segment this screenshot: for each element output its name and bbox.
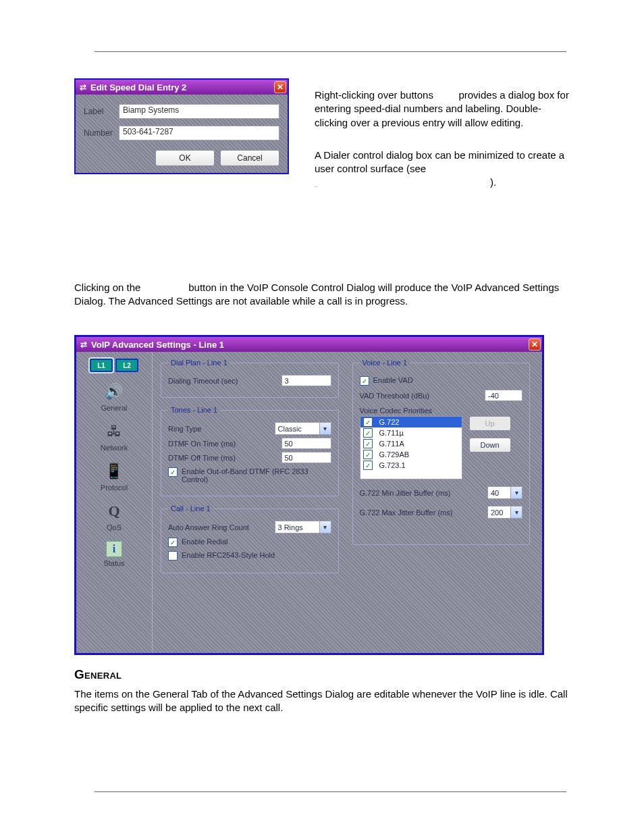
line-2-button[interactable]: L2 <box>115 359 138 372</box>
nav-qos[interactable]: Q QoS <box>104 501 124 531</box>
group-dial-plan: Dial Plan - Line 1 Dialing Timeout (sec)… <box>161 359 339 398</box>
dialing-timeout-input[interactable]: 3 <box>281 375 331 386</box>
paragraph-speed-dial: Right-clicking over buttons provides a d… <box>315 88 573 130</box>
line-1-button[interactable]: L1 <box>90 359 113 372</box>
cancel-button[interactable]: Cancel <box>220 150 279 166</box>
paragraph-advanced: Clicking on the button in the VoIP Conso… <box>74 281 573 309</box>
paragraph-minimize: A Dialer control dialog box can be minim… <box>315 149 573 190</box>
group-voice: Voice - Line 1 ✓ Enable VAD VAD Threshol… <box>352 359 531 545</box>
codec-item: ✓G.723.1 <box>360 460 462 471</box>
nav-general[interactable]: 🔊 General <box>101 382 127 412</box>
info-icon: i <box>106 541 122 557</box>
chevron-down-icon: ▾ <box>510 487 522 498</box>
chevron-down-icon: ▾ <box>510 506 522 518</box>
label-input[interactable]: Biamp Systems <box>119 104 279 119</box>
advanced-settings-title: VoIP Advanced Settings - Line 1 <box>91 340 224 350</box>
speaker-icon: 🔊 <box>104 382 124 402</box>
down-button[interactable]: Down <box>469 438 511 452</box>
legend-tones: Tones - Line 1 <box>168 406 220 414</box>
enable-vad-checkbox[interactable]: ✓ <box>360 376 369 386</box>
label-label: Label <box>84 107 119 116</box>
swap-icon: ⇄ <box>80 82 86 92</box>
enable-redial-label: Enable Redial <box>182 538 228 546</box>
min-jitter-select[interactable]: 40 ▾ <box>487 486 522 499</box>
max-jitter-label: G.722 Max Jitter Buffer (ms) <box>360 509 484 517</box>
voip-advanced-settings-dialog: ⇄ VoIP Advanced Settings - Line 1 ✕ L1 L… <box>74 335 544 655</box>
speed-dial-titlebar[interactable]: ⇄ Edit Speed Dial Entry 2 ✕ <box>76 80 288 95</box>
nav-network[interactable]: 🖧 Network <box>101 421 128 452</box>
phone-icon: 📱 <box>104 461 124 481</box>
codec-item: ✓G.711µ <box>360 427 462 438</box>
close-icon[interactable]: ✕ <box>529 338 541 350</box>
codec-item: ✓G.729AB <box>360 449 462 460</box>
dtmf-on-label: DTMF On Time (ms) <box>168 440 276 448</box>
vad-threshold-input[interactable]: -40 <box>485 390 522 401</box>
max-jitter-select[interactable]: 200 ▾ <box>487 506 522 519</box>
oob-dtmf-checkbox[interactable]: ✓ <box>168 467 178 477</box>
network-icon: 🖧 <box>104 421 124 442</box>
enable-hold-label: Enable RFC2543-Style Hold <box>182 551 275 559</box>
codec-priorities-list[interactable]: ✓G.722 ✓G.711µ ✓G.711A ✓G.729AB ✓G.723.1 <box>360 416 462 479</box>
dtmf-off-input[interactable]: 50 <box>281 452 331 463</box>
number-label: Number <box>84 128 119 138</box>
codec-item: ✓G.722 <box>360 417 462 427</box>
auto-answer-label: Auto Answer Ring Count <box>168 523 269 531</box>
legend-voice: Voice - Line 1 <box>360 359 410 367</box>
nav-status[interactable]: i Status <box>103 541 124 567</box>
auto-answer-select[interactable]: 3 Rings ▾ <box>275 521 331 533</box>
paragraph-general: The items on the General Tab of the Adva… <box>74 687 573 715</box>
group-call: Call - Line 1 Auto Answer Ring Count 3 R… <box>161 504 339 573</box>
dtmf-on-input[interactable]: 50 <box>281 438 331 449</box>
codec-item: ✓G.711A <box>360 438 462 449</box>
dtmf-off-label: DTMF Off Time (ms) <box>168 454 276 462</box>
enable-vad-label: Enable VAD <box>373 376 413 384</box>
group-tones: Tones - Line 1 Ring Type Classic ▾ DTMF … <box>161 406 339 496</box>
chevron-down-icon: ▾ <box>319 521 331 533</box>
vad-threshold-label: VAD Threshold (dBu) <box>360 392 480 400</box>
heading-general: General <box>74 667 573 682</box>
swap-icon: ⇄ <box>80 340 87 349</box>
enable-hold-checkbox[interactable] <box>168 551 178 561</box>
legend-call: Call - Line 1 <box>168 504 213 513</box>
nav-protocol[interactable]: 📱 Protocol <box>101 461 128 492</box>
enable-redial-checkbox[interactable]: ✓ <box>168 538 178 547</box>
legend-dial-plan: Dial Plan - Line 1 <box>168 359 230 367</box>
speed-dial-title: Edit Speed Dial Entry 2 <box>90 82 186 93</box>
qos-icon: Q <box>104 501 124 521</box>
number-input[interactable]: 503-641-7287 <box>119 126 279 140</box>
advanced-settings-titlebar[interactable]: ⇄ VoIP Advanced Settings - Line 1 ✕ <box>76 337 542 352</box>
oob-dtmf-label: Enable Out-of-Band DTMF (RFC 2833 Contro… <box>182 467 331 484</box>
close-icon[interactable]: ✕ <box>274 81 286 93</box>
min-jitter-label: G.722 Min Jitter Buffer (ms) <box>360 489 484 497</box>
ring-type-select[interactable]: Classic ▾ <box>275 422 331 435</box>
codec-priorities-label: Voice Codec Priorities <box>360 407 523 415</box>
ring-type-label: Ring Type <box>168 425 269 433</box>
ok-button[interactable]: OK <box>155 150 215 166</box>
up-button[interactable]: Up <box>469 416 511 431</box>
edit-speed-dial-dialog: ⇄ Edit Speed Dial Entry 2 ✕ Label Biamp … <box>74 78 289 174</box>
chevron-down-icon: ▾ <box>319 423 331 434</box>
dialing-timeout-label: Dialing Timeout (sec) <box>168 377 276 385</box>
